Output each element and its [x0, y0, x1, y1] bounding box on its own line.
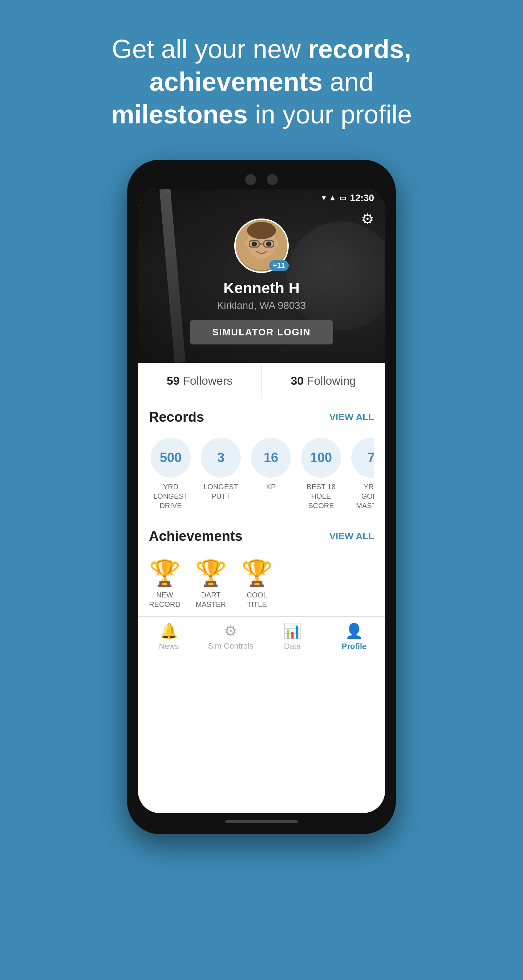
trophy-icon: 🏆	[195, 560, 226, 586]
record-value: 16	[264, 450, 278, 465]
phone-mockup: ▾ ▲ ▭ 12:30 ⚙	[127, 160, 396, 834]
record-label: YRDLONGESTDRIVE	[153, 482, 188, 510]
achievements-section: Achievements VIEW ALL 🏆 NEWRECORD 🏆 DART…	[138, 518, 385, 616]
headline-text-5: milestones	[111, 100, 248, 129]
record-card: 3 LONGESTPUTT	[199, 438, 242, 510]
achievements-title: Achievements	[149, 528, 242, 544]
signal-icon: ▲	[329, 193, 337, 202]
nav-label: News	[159, 642, 179, 651]
record-label: LONGESTPUTT	[203, 482, 238, 501]
achievement-label: COOLTITLE	[247, 590, 267, 609]
headline-text-1: Get all your new	[112, 35, 308, 64]
achievement-item: 🏆 COOLTITLE	[241, 560, 273, 609]
status-bar: ▾ ▲ ▭ 12:30	[138, 189, 385, 207]
headline-text-2: records,	[308, 35, 411, 64]
headline-text-3: achievements	[150, 67, 322, 96]
phone-screen: ▾ ▲ ▭ 12:30 ⚙	[138, 189, 385, 813]
nav-label: Profile	[342, 642, 367, 651]
svg-point-3	[247, 222, 276, 239]
followers-label: Followers	[183, 374, 233, 387]
trophy-icon: 🏆	[241, 560, 273, 586]
bottom-nav: 🔔 News ⚙ Sim Controls 📊 Data 👤 Profile	[138, 616, 385, 655]
record-value: 500	[160, 450, 182, 465]
achievements-view-all[interactable]: VIEW ALL	[329, 531, 374, 542]
record-value: 3	[217, 450, 225, 465]
profile-location: Kirkland, WA 98033	[217, 300, 306, 312]
achievements-divider	[149, 548, 374, 548]
records-view-all[interactable]: VIEW ALL	[329, 412, 374, 423]
nav-icon: 📊	[283, 622, 301, 640]
record-circle: 100	[301, 438, 341, 478]
record-circle: 16	[251, 438, 291, 478]
record-value: 100	[310, 450, 332, 465]
phone-camera-bar	[138, 170, 385, 185]
battery-icon: ▭	[340, 194, 346, 202]
nav-item-sim-controls[interactable]: ⚙ Sim Controls	[200, 622, 262, 651]
achievement-label: NEWRECORD	[149, 590, 180, 609]
records-title: Records	[149, 409, 204, 425]
record-card: 7 YRDGOLFMASTER	[349, 438, 374, 510]
simulator-login-button[interactable]: SIMULATOR LOGIN	[190, 320, 333, 344]
followers-row: 59 Followers 30 Following	[138, 363, 385, 399]
profile-content: +11 Kenneth H Kirkland, WA 98033 SIMULAT…	[190, 208, 333, 344]
nav-label: Sim Controls	[208, 641, 254, 651]
svg-point-8	[266, 241, 271, 246]
nav-item-news[interactable]: 🔔 News	[138, 622, 200, 651]
records-divider	[149, 429, 374, 429]
record-card: 16 KP	[249, 438, 293, 510]
record-circle: 7	[351, 438, 374, 478]
status-icons: ▾ ▲ ▭	[322, 193, 346, 202]
following-cell[interactable]: 30 Following	[262, 363, 385, 399]
nav-item-profile[interactable]: 👤 Profile	[323, 622, 385, 651]
record-label: KP	[266, 482, 276, 492]
profile-header: ▾ ▲ ▭ 12:30 ⚙	[138, 189, 385, 363]
followers-count: 59	[167, 374, 180, 387]
headline: Get all your new records, achievements a…	[111, 33, 412, 130]
records-section: Records VIEW ALL 500 YRDLONGESTDRIVE 3 L…	[138, 399, 385, 518]
trophy-icon: 🏆	[149, 560, 180, 586]
nav-label: Data	[284, 642, 301, 651]
nav-icon: 🔔	[160, 622, 178, 640]
svg-point-9	[245, 240, 250, 247]
svg-point-7	[252, 241, 257, 246]
achievements-row: 🏆 NEWRECORD 🏆 DARTMASTER 🏆 COOLTITLE	[149, 557, 374, 609]
nav-icon: ⚙	[224, 622, 237, 639]
nav-icon: 👤	[345, 622, 363, 640]
status-time: 12:30	[350, 192, 375, 204]
achievement-item: 🏆 DARTMASTER	[195, 560, 226, 609]
record-card: 100 BEST 18HOLESCORE	[299, 438, 343, 510]
profile-name: Kenneth H	[223, 280, 300, 297]
record-label: YRDGOLFMASTER	[356, 482, 374, 510]
phone-outer-frame: ▾ ▲ ▭ 12:30 ⚙	[127, 160, 396, 834]
nav-item-data[interactable]: 📊 Data	[262, 622, 323, 651]
record-circle: 3	[201, 438, 241, 478]
svg-point-10	[273, 240, 278, 247]
settings-icon[interactable]: ⚙	[361, 210, 374, 227]
phone-bottom-bar	[138, 820, 385, 823]
record-card: 500 YRDLONGESTDRIVE	[149, 438, 193, 510]
achievement-label: DARTMASTER	[196, 590, 226, 609]
records-row: 500 YRDLONGESTDRIVE 3 LONGESTPUTT 16 KP …	[149, 438, 374, 510]
headline-text-6: in your profile	[248, 100, 412, 129]
achievements-header: Achievements VIEW ALL	[149, 528, 374, 544]
achievement-item: 🏆 NEWRECORD	[149, 560, 180, 609]
records-header: Records VIEW ALL	[149, 409, 374, 425]
avatar-wrapper: +11	[234, 218, 289, 273]
headline-text-4: and	[322, 67, 373, 96]
camera-right	[267, 174, 278, 185]
followers-cell[interactable]: 59 Followers	[138, 363, 262, 399]
following-count: 30	[290, 374, 304, 387]
camera-left	[245, 174, 256, 185]
record-value: 7	[368, 450, 374, 465]
home-indicator[interactable]	[225, 820, 298, 823]
wifi-icon: ▾	[322, 193, 326, 202]
record-label: BEST 18HOLESCORE	[306, 482, 336, 510]
following-label: Following	[307, 374, 356, 387]
record-circle: 500	[151, 438, 191, 478]
badge-plus: +11	[269, 260, 289, 271]
